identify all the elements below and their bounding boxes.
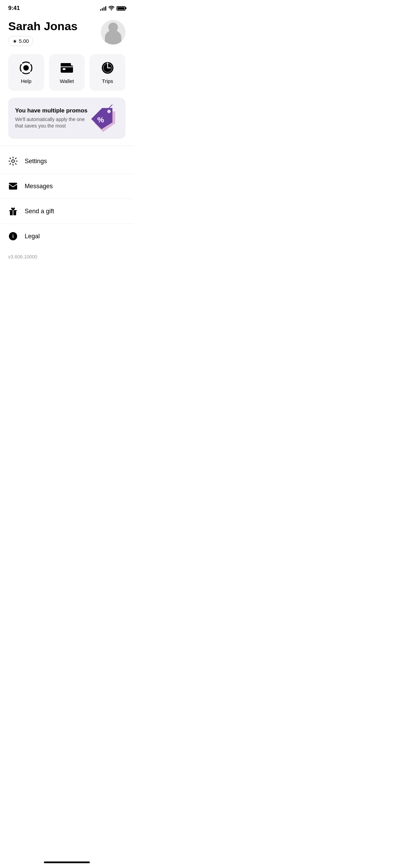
avatar-body: [105, 30, 121, 45]
gift-icon: [8, 206, 18, 216]
wifi-icon: [108, 6, 114, 11]
messages-icon: [8, 181, 18, 191]
promo-subtitle: We'll automatically apply the one that s…: [15, 116, 88, 130]
promo-image: %: [88, 105, 119, 132]
quick-actions: Help Wallet Tr: [8, 54, 125, 91]
svg-rect-17: [9, 183, 17, 190]
wallet-button[interactable]: Wallet: [49, 54, 85, 91]
svg-rect-7: [61, 63, 71, 67]
svg-point-16: [12, 160, 14, 162]
battery-icon: [117, 6, 125, 11]
main-content: Sarah Jonas ★ 5.00: [0, 14, 134, 139]
send-gift-label: Send a gift: [25, 208, 54, 215]
user-name: Sarah Jonas: [8, 20, 77, 33]
svg-text:i: i: [12, 233, 14, 239]
legal-label: Legal: [25, 233, 40, 240]
menu-list: Settings Messages Send a gift i: [0, 146, 134, 251]
status-time: 9:41: [8, 5, 20, 12]
settings-label: Settings: [25, 158, 47, 165]
promo-card[interactable]: You have multiple promos We'll automatic…: [8, 98, 125, 139]
trips-icon: [101, 61, 114, 75]
avatar[interactable]: [101, 20, 125, 45]
svg-point-13: [107, 110, 111, 113]
svg-line-15: [109, 105, 112, 108]
messages-label: Messages: [25, 183, 53, 190]
legal-icon: i: [8, 231, 18, 241]
svg-point-1: [23, 65, 29, 71]
header: Sarah Jonas ★ 5.00: [8, 20, 125, 46]
signal-icon: [100, 6, 106, 11]
settings-icon: [8, 156, 18, 166]
wallet-icon: [60, 61, 74, 75]
settings-menu-item[interactable]: Settings: [0, 149, 134, 174]
promo-text: You have multiple promos We'll automatic…: [15, 107, 88, 130]
svg-rect-8: [63, 68, 65, 70]
help-button[interactable]: Help: [8, 54, 44, 91]
legal-menu-item[interactable]: i Legal: [0, 224, 134, 249]
trips-button[interactable]: Trips: [89, 54, 125, 91]
send-gift-menu-item[interactable]: Send a gift: [0, 199, 134, 224]
status-icons: [100, 6, 125, 11]
help-label: Help: [21, 78, 32, 84]
version-text: v3.606.10000: [0, 251, 134, 270]
avatar-head: [108, 23, 118, 32]
promo-tag-icon: %: [88, 105, 119, 132]
rating-value: 5.00: [19, 38, 29, 44]
trips-label: Trips: [102, 78, 113, 84]
messages-menu-item[interactable]: Messages: [0, 174, 134, 199]
svg-text:%: %: [97, 116, 104, 124]
header-left: Sarah Jonas ★ 5.00: [8, 20, 77, 46]
promo-title: You have multiple promos: [15, 107, 88, 114]
star-icon: ★: [13, 38, 17, 44]
help-icon: [19, 61, 33, 75]
status-bar: 9:41: [0, 0, 134, 14]
rating-badge: ★ 5.00: [8, 36, 33, 46]
wallet-label: Wallet: [60, 78, 74, 84]
